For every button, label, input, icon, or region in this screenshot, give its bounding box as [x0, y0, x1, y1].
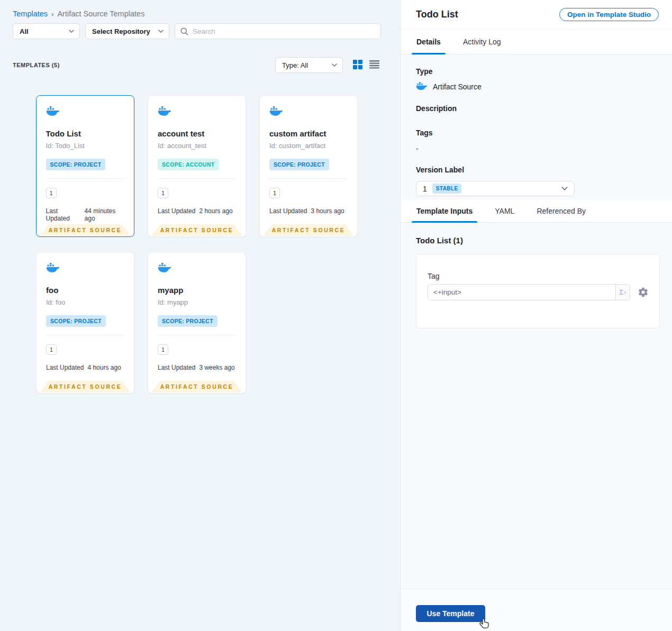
repository-filter-value: Select Repository [92, 28, 150, 35]
scope-badge: SCOPE: ACCOUNT [158, 159, 219, 170]
docker-icon [46, 106, 60, 117]
sigma-icon: Σ [619, 288, 623, 296]
scope-badge: SCOPE: PROJECT [158, 315, 217, 327]
last-updated-row: Last Updated 3 weeks ago [158, 364, 236, 371]
tag-input[interactable] [428, 285, 615, 300]
card-title: Todo List [46, 129, 125, 138]
artifact-source-ribbon: ARTIFACT SOURCE [263, 224, 354, 236]
artifact-source-ribbon: ARTIFACT SOURCE [40, 381, 131, 392]
tab-template-inputs[interactable]: Template Inputs [412, 199, 477, 222]
template-details-panel: Todo List Open in Template Studio Detail… [400, 0, 672, 631]
breadcrumb-templates-link[interactable]: Templates [13, 10, 48, 18]
grid-view-icon [353, 60, 362, 69]
panel-footer: Use Template [401, 589, 672, 631]
version-select-dropdown[interactable]: 1 STABLE [416, 181, 575, 196]
search-icon [180, 28, 188, 35]
version-count-chip: 1 [158, 344, 168, 355]
template-card-foo[interactable]: foo Id: foo SCOPE: PROJECT 1 Last Update… [36, 252, 134, 394]
search-input[interactable] [193, 28, 375, 35]
card-id: Id: myapp [158, 298, 236, 306]
tab-activity-log[interactable]: Activity Log [458, 30, 506, 54]
template-card-account-test[interactable]: account test Id: account_test SCOPE: ACC… [148, 95, 246, 237]
chevron-down-icon [69, 30, 74, 33]
tab-referenced-by[interactable]: Referenced By [532, 199, 591, 222]
card-title: myapp [158, 286, 236, 295]
artifact-source-ribbon: ARTIFACT SOURCE [40, 224, 131, 236]
template-cards-grid: Todo List Id: Todo_List SCOPE: PROJECT 1… [36, 95, 358, 394]
version-value: 1 [423, 185, 427, 193]
details-tab-bar: Details Activity Log [401, 29, 672, 54]
use-template-button[interactable]: Use Template [416, 605, 485, 622]
sigma-sub: x [624, 290, 626, 295]
version-count-chip: 1 [46, 188, 57, 198]
template-card-todo-list[interactable]: Todo List Id: Todo_List SCOPE: PROJECT 1… [36, 95, 134, 237]
template-card-custom-artifact[interactable]: custom artifact Id: custom_artifact SCOP… [259, 95, 358, 237]
runtime-input-selector-button[interactable]: Σx [615, 285, 630, 300]
card-divider [46, 178, 125, 179]
grid-view-button[interactable] [353, 60, 364, 70]
repository-filter-dropdown[interactable]: Select Repository [85, 23, 169, 39]
type-filter-dropdown[interactable]: Type: All [275, 57, 343, 73]
last-updated-label: Last Updated [46, 364, 84, 371]
scope-badge: SCOPE: PROJECT [269, 159, 329, 170]
gear-icon [638, 287, 649, 298]
last-updated-value: 44 minutes ago [85, 207, 125, 222]
docker-icon [416, 82, 428, 91]
card-title: foo [46, 286, 124, 295]
type-filter-value: Type: All [282, 61, 308, 69]
scope-badge: SCOPE: PROJECT [46, 159, 106, 170]
inputs-heading: Todo List (1) [416, 236, 659, 245]
details-section: Type Artifact Source Description Tags - … [401, 54, 672, 199]
version-count-chip: 1 [158, 188, 168, 198]
last-updated-label: Last Updated [158, 364, 195, 371]
tag-input-wrapper: Σx [428, 284, 630, 300]
scope-badge: SCOPE: PROJECT [46, 315, 106, 327]
chevron-down-icon [332, 63, 337, 67]
template-inputs-section: Todo List (1) Tag Σx [401, 223, 672, 589]
tab-details[interactable]: Details [412, 30, 446, 54]
inputs-card: Tag Σx [416, 254, 660, 328]
tag-field-label: Tag [428, 272, 649, 280]
card-divider [158, 335, 236, 335]
type-label: Type [416, 67, 656, 76]
artifact-source-ribbon: ARTIFACT SOURCE [151, 224, 242, 236]
template-card-myapp[interactable]: myapp Id: myapp SCOPE: PROJECT 1 Last Up… [148, 252, 246, 394]
panel-header: Todo List Open in Template Studio [401, 0, 672, 29]
open-in-template-studio-button[interactable]: Open in Template Studio [559, 8, 659, 21]
card-id: Id: Todo_List [46, 142, 125, 150]
scope-filter-dropdown[interactable]: All [13, 23, 80, 39]
stable-badge: STABLE [432, 184, 462, 194]
version-count-chip: 1 [269, 188, 280, 198]
last-updated-value: 3 hours ago [311, 207, 344, 215]
chevron-down-icon [158, 30, 164, 33]
last-updated-row: Last Updated 4 hours ago [46, 364, 124, 371]
search-box [175, 23, 381, 39]
chevron-down-icon [561, 187, 568, 190]
card-id: Id: account_test [158, 142, 236, 150]
last-updated-row: Last Updated 2 hours ago [158, 207, 236, 215]
docker-icon [158, 263, 171, 273]
filters-row: All Select Repository [13, 23, 381, 39]
card-title: account test [158, 129, 236, 138]
version-label: Version Label [416, 166, 656, 174]
card-id: Id: custom_artifact [269, 142, 348, 150]
card-divider [158, 178, 236, 179]
last-updated-row: Last Updated 3 hours ago [269, 207, 348, 215]
last-updated-row: Last Updated 44 minutes ago [46, 207, 125, 222]
tags-label: Tags [416, 129, 656, 137]
tags-value: - [416, 144, 656, 153]
list-view-icon [369, 60, 379, 69]
card-divider [269, 178, 348, 179]
description-label: Description [416, 104, 656, 113]
breadcrumb-separator-icon: › [51, 10, 53, 18]
docker-icon [158, 106, 171, 117]
last-updated-value: 3 weeks ago [199, 364, 234, 371]
card-title: custom artifact [269, 129, 348, 138]
version-count-chip: 1 [46, 344, 57, 355]
card-divider [46, 335, 124, 335]
list-view-button[interactable] [369, 60, 380, 71]
breadcrumb-current: Artifact Source Templates [57, 10, 144, 18]
tag-settings-button[interactable] [638, 287, 649, 298]
templates-list-panel: Templates › Artifact Source Templates Al… [0, 0, 400, 631]
tab-yaml[interactable]: YAML [490, 199, 519, 222]
